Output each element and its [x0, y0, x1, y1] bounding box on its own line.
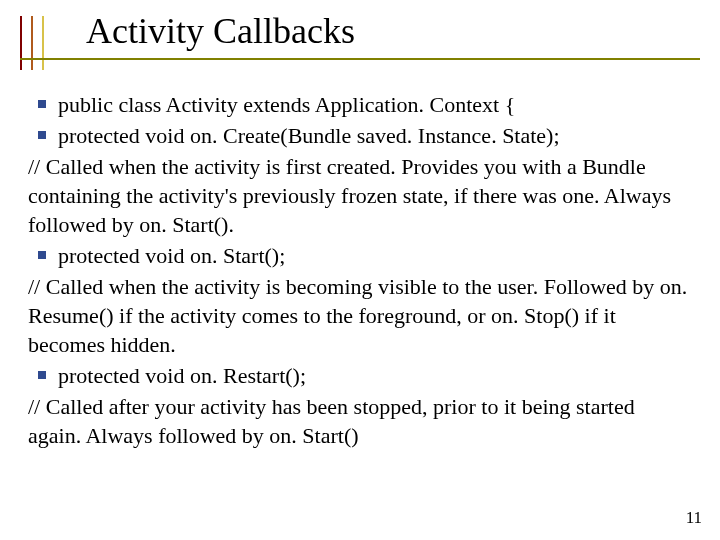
slide-title: Activity Callbacks [86, 10, 355, 52]
comment-text: // Called after your activity has been s… [28, 392, 692, 450]
square-bullet-icon [38, 131, 46, 139]
bullet-item: public class Activity extends Applicatio… [28, 90, 692, 119]
comment-text: // Called when the activity is becoming … [28, 272, 692, 359]
bullet-item: protected void on. Restart(); [28, 361, 692, 390]
comment-text: // Called when the activity is first cre… [28, 152, 692, 239]
accent-bars-icon [20, 16, 48, 70]
page-number: 11 [686, 508, 702, 528]
square-bullet-icon [38, 100, 46, 108]
bullet-item: protected void on. Start(); [28, 241, 692, 270]
square-bullet-icon [38, 371, 46, 379]
bullet-item: protected void on. Create(Bundle saved. … [28, 121, 692, 150]
bullet-text: protected void on. Start(); [58, 243, 285, 268]
bullet-text: public class Activity extends Applicatio… [58, 92, 515, 117]
square-bullet-icon [38, 251, 46, 259]
slide-body: public class Activity extends Applicatio… [28, 90, 692, 452]
bullet-text: protected void on. Restart(); [58, 363, 306, 388]
bullet-text: protected void on. Create(Bundle saved. … [58, 123, 560, 148]
slide: Activity Callbacks public class Activity… [0, 0, 720, 540]
horizontal-rule [20, 58, 700, 60]
title-row: Activity Callbacks [20, 10, 700, 70]
